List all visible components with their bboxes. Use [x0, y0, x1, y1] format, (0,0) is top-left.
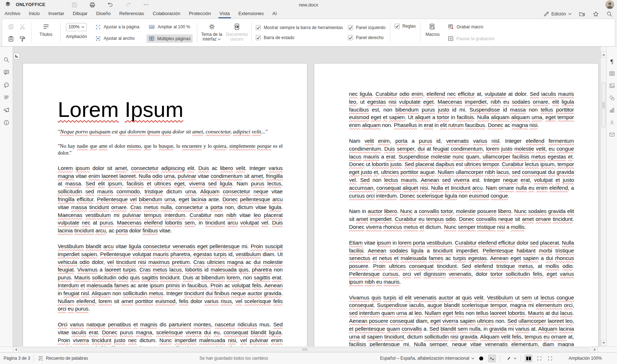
tab-inicio[interactable]: Inicio — [28, 9, 40, 19]
fit-width-button[interactable] — [546, 355, 554, 362]
language-label: Español – España, alfabetización interna… — [380, 356, 469, 361]
vertical-scrollbar[interactable] — [600, 47, 606, 346]
mail-merge-settings-icon[interactable] — [608, 131, 616, 138]
paragraph: Vivamus quis turpis id elit venenatis au… — [349, 294, 574, 346]
headings-button[interactable]: Títulos — [33, 19, 58, 46]
search-button[interactable] — [606, 11, 613, 17]
multiple-pages-view-button[interactable] — [525, 355, 532, 362]
checkbox-status-bar[interactable]: Barra de estado — [256, 35, 343, 40]
checkbox-left-panel[interactable]: Panel izquierdo — [348, 25, 386, 30]
quote-latin: "Neque porro quisquam est qui dolorem ip… — [58, 128, 283, 135]
save-status-message: Se han guardado todos los cambios — [199, 356, 268, 361]
avatar[interactable] — [606, 0, 614, 9]
record-macro-icon — [448, 24, 454, 30]
shape-settings-icon[interactable] — [608, 94, 616, 102]
track-changes-button[interactable] — [504, 355, 517, 362]
tab-archivo[interactable]: Archivo — [4, 9, 20, 19]
scroll-down-button[interactable] — [601, 340, 607, 346]
quote-spanish: "No hay nadie que ame el dolor mismo, qu… — [58, 143, 283, 156]
zoom-level-label: Ampliación 100% — [569, 356, 602, 361]
document-page-2[interactable]: nec ligula. Curabitur odio enim, eleifen… — [314, 63, 599, 346]
language-selector[interactable]: Español – España, alfabetización interna… — [380, 356, 474, 361]
zoom-select[interactable]: 100% — [66, 23, 87, 31]
chevron-down-icon — [471, 358, 474, 359]
pause-icon — [448, 36, 454, 42]
redo-button[interactable] — [124, 1, 132, 9]
chart-settings-icon[interactable] — [608, 106, 616, 114]
feedback-icon[interactable] — [3, 106, 10, 114]
tab-diseno[interactable]: Diseño — [96, 9, 111, 19]
fit-page-button[interactable] — [536, 355, 543, 362]
tab-extensiones[interactable]: Extensiones — [238, 9, 264, 19]
tab-stop-selector[interactable] — [14, 53, 20, 59]
chat-panel-icon[interactable] — [3, 81, 10, 89]
format-painter-button[interactable] — [19, 36, 26, 42]
scroll-right-button[interactable] — [592, 347, 598, 353]
macros-icon — [429, 23, 436, 30]
page-indicator[interactable]: Página 3 de 3 — [4, 356, 30, 361]
zoom-control: 100% Ampliación — [62, 19, 90, 46]
tab-colaboracion[interactable]: Colaboración — [152, 9, 181, 19]
tab-insertar[interactable]: Insertar — [48, 9, 65, 19]
favorites-star-button[interactable] — [593, 11, 599, 17]
print-button[interactable] — [88, 1, 96, 9]
zoom-caption: Ampliación — [66, 34, 87, 39]
tab-dibujar[interactable]: Dibujar — [72, 9, 88, 19]
checkbox-rulers[interactable]: Reglas — [395, 24, 416, 29]
search-panel-icon[interactable] — [3, 56, 10, 64]
horizontal-scrollbar-thumb[interactable] — [20, 348, 590, 351]
document-page-1[interactable]: Lorem Ipsum "Neque porro quisquam est qu… — [23, 63, 307, 346]
fit-to-width-button[interactable]: Ajustar al ancho — [93, 34, 141, 43]
document-canvas[interactable]: Lorem Ipsum "Neque porro quisquam est qu… — [13, 47, 600, 346]
table-settings-icon[interactable] — [608, 70, 616, 77]
set-document-language-button[interactable] — [477, 355, 485, 362]
pause-recording-button[interactable]: Pausar la grabación — [446, 34, 497, 43]
paragraph: Etiam vitae ipsum in lorem porta vestibu… — [349, 239, 574, 286]
zoom-value: 100% — [69, 25, 80, 29]
zoom-in-button[interactable] — [606, 355, 613, 362]
tab-vista[interactable]: Vista — [219, 9, 230, 19]
fit-page-label: Ajustar a la página — [104, 24, 139, 29]
undo-button[interactable] — [106, 1, 114, 9]
titlebar: ONLYOFFICE new.docx — [0, 0, 617, 9]
vertical-scrollbar-thumb[interactable] — [602, 82, 606, 127]
tab-proteccion[interactable]: Protección — [188, 9, 211, 19]
chevron-down-icon — [81, 26, 84, 28]
tab-referencias[interactable]: Referencias — [119, 9, 144, 19]
tab-ai[interactable]: AI — [272, 9, 277, 19]
comments-panel-icon[interactable] — [3, 68, 10, 76]
zoom-100-button[interactable]: 100 Ampliar al 100 % — [146, 23, 193, 31]
edit-mode-button[interactable]: Edición — [543, 11, 571, 17]
image-settings-icon[interactable] — [608, 82, 616, 90]
about-icon[interactable] — [3, 119, 10, 127]
macros-button[interactable]: Macros — [422, 19, 443, 46]
navigation-panel-icon[interactable] — [3, 94, 10, 101]
chevron-down-icon — [568, 13, 571, 15]
ribbon-panel: Títulos 100% Ampliación Ajustar a la pág… — [0, 19, 617, 47]
fit-width-icon — [95, 36, 101, 42]
paragraph-settings-icon[interactable]: ¶ — [608, 57, 616, 65]
save-button[interactable] — [70, 1, 78, 9]
scroll-up-button[interactable] — [601, 52, 607, 57]
onlyoffice-logo-icon — [4, 1, 11, 8]
zoom-out-button[interactable] — [557, 355, 565, 362]
checkbox-icon — [256, 25, 261, 30]
paste-button[interactable] — [8, 36, 14, 42]
cut-button[interactable] — [19, 23, 26, 30]
more-actions-button[interactable] — [142, 1, 150, 9]
interface-theme-button[interactable]: Tema de la interfaz — [199, 19, 224, 46]
scroll-left-button[interactable] — [13, 347, 19, 353]
fit-to-page-button[interactable]: Ajustar a la página — [93, 23, 141, 31]
dark-document-button[interactable]: Documento oscuro — [224, 19, 249, 46]
checkbox-always-show-toolbar[interactable]: Mostrar siempre la barra de herramientas — [256, 25, 343, 30]
word-count-button[interactable]: 123- Recuento de palabras — [38, 355, 88, 361]
checkbox-right-panel[interactable]: Panel derecho — [348, 35, 386, 40]
spell-checking-toggle[interactable]: A — [488, 355, 496, 362]
headings-icon — [42, 23, 50, 30]
multiple-pages-button[interactable]: Múltiples páginas — [146, 34, 193, 43]
record-macro-button[interactable]: Grabar macro — [446, 23, 497, 31]
copy-button[interactable] — [8, 23, 14, 30]
open-file-location-button[interactable] — [579, 11, 585, 18]
text-art-settings-icon[interactable]: A — [608, 118, 616, 126]
horizontal-scrollbar[interactable] — [0, 346, 617, 352]
